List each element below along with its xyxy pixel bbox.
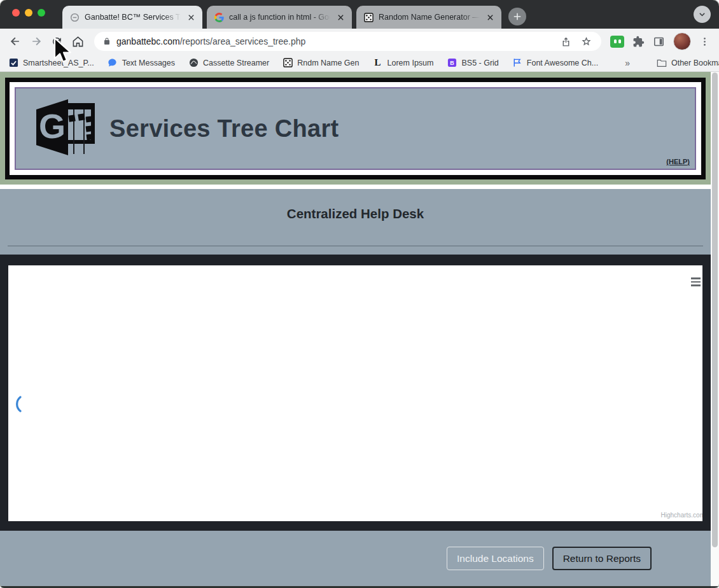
other-bookmarks-button[interactable]: Other Bookmarks: [657, 58, 719, 68]
chart-context-menu-button[interactable]: [691, 277, 701, 288]
minimize-window-button[interactable]: [25, 9, 32, 17]
bookmarks-overflow-button[interactable]: »: [625, 58, 630, 68]
smartsheet-check-icon: [8, 58, 18, 68]
tab-random-name-generator[interactable]: Random Name Generator — Ge: [356, 6, 501, 29]
forward-button[interactable]: [26, 32, 46, 52]
bookmark-label: BS5 - Grid: [461, 59, 498, 67]
include-locations-button[interactable]: Include Locations: [447, 547, 544, 570]
roboform-extension-icon[interactable]: [610, 36, 624, 48]
google-icon: [214, 12, 224, 22]
dice-icon: [283, 58, 293, 68]
extensions-puzzle-icon[interactable]: [632, 36, 645, 48]
purple-b-icon: B: [447, 58, 457, 68]
page-header-panel: G Services Tree: [15, 87, 696, 170]
close-tab-icon[interactable]: [335, 12, 346, 23]
close-tab-icon[interactable]: [485, 12, 496, 23]
globe-placeholder-icon: [69, 12, 80, 22]
svg-text:B: B: [450, 60, 454, 66]
chart-frame: Highcharts.com: [0, 255, 711, 531]
url-path: /reports/area_services_tree.php: [180, 36, 306, 46]
page-scrollbar[interactable]: [711, 72, 719, 588]
bookmark-label: Cassette Streamer: [203, 59, 269, 67]
white-divider-strip: [0, 185, 711, 189]
close-tab-icon[interactable]: [186, 12, 197, 23]
tab-search-button[interactable]: [694, 6, 711, 23]
highcharts-credit-link[interactable]: Highcharts.com: [661, 512, 702, 519]
chat-bubble-icon: [108, 58, 118, 68]
scrollbar-thumb[interactable]: [712, 73, 718, 547]
close-window-button[interactable]: [12, 9, 20, 17]
share-icon[interactable]: [561, 36, 571, 48]
page-content: G Services Tree: [0, 72, 711, 588]
bookmark-font-awesome[interactable]: Font Awesome Ch...: [512, 58, 598, 68]
lock-icon: [103, 37, 111, 46]
horizontal-rule: [8, 246, 703, 246]
tab-title: Ganbatte! BC™ Services Tree: [85, 13, 181, 22]
helpdesk-section: Centralized Help Desk: [0, 189, 711, 255]
bookmarks-bar: Smartsheet_AS_P... Text Messages Cassett…: [0, 54, 719, 72]
zoom-window-button[interactable]: [38, 9, 45, 17]
page-header-frame: G Services Tree: [5, 78, 706, 179]
section-title: Centralized Help Desk: [0, 189, 711, 221]
tab-js-function-search[interactable]: call a js function in html - Goog: [207, 6, 352, 29]
bookmark-bs5-grid[interactable]: B BS5 - Grid: [447, 58, 498, 68]
tab-services-tree[interactable]: Ganbatte! BC™ Services Tree: [62, 6, 202, 29]
dice-icon: [363, 12, 373, 22]
bookmark-star-icon[interactable]: [580, 36, 592, 48]
tab-strip: Ganbatte! BC™ Services Tree call a js fu…: [0, 0, 719, 29]
highcharts-container: Highcharts.com: [8, 265, 702, 521]
traffic-lights: [12, 9, 45, 17]
bookmark-lorem-ipsum[interactable]: L Lorem Ipsum: [373, 58, 434, 68]
folder-icon: [657, 58, 667, 68]
bookmark-cassette-streamer[interactable]: Cassette Streamer: [188, 58, 269, 68]
tab-title: call a js function in html - Goog: [229, 13, 330, 22]
hamburger-icon: [691, 281, 701, 283]
new-tab-button[interactable]: [508, 8, 526, 25]
bookmark-label: Text Messages: [122, 59, 175, 67]
kebab-menu-icon[interactable]: [699, 36, 710, 47]
bookmark-label: Font Awesome Ch...: [527, 59, 598, 67]
bookmark-label: Rndm Name Gen: [297, 59, 359, 67]
ganbatte-logo: G: [32, 97, 99, 160]
tab-title: Random Name Generator — Ge: [379, 13, 480, 22]
bookmark-text-messages[interactable]: Text Messages: [108, 58, 175, 68]
browser-window: Ganbatte! BC™ Services Tree call a js fu…: [0, 0, 719, 588]
page-title: Services Tree Chart: [109, 115, 339, 143]
bookmark-smartsheet[interactable]: Smartsheet_AS_P...: [8, 58, 94, 68]
hamburger-icon: [691, 284, 701, 286]
home-button[interactable]: [68, 32, 88, 52]
browser-toolbar: ganbattebc.com/reports/area_services_tre…: [0, 29, 719, 54]
bookmark-label: Other Bookmarks: [671, 59, 719, 67]
extensions-row: [608, 32, 714, 50]
profile-avatar[interactable]: [673, 32, 691, 50]
plus-icon: [513, 12, 522, 21]
back-button[interactable]: [5, 32, 25, 52]
url-text: ganbattebc.com/reports/area_services_tre…: [116, 36, 555, 46]
hamburger-icon: [691, 277, 701, 279]
reload-button[interactable]: [47, 32, 67, 52]
dark-globe-icon: [188, 58, 199, 68]
url-domain: ganbattebc.com: [116, 36, 180, 46]
loading-spinner-arc: [13, 396, 22, 415]
address-bar[interactable]: ganbattebc.com/reports/area_services_tre…: [94, 32, 601, 51]
page-footer: Include Locations Return to Reports: [0, 531, 711, 586]
chevron-down-icon: [698, 10, 706, 18]
help-link[interactable]: (HELP): [666, 158, 690, 165]
bookmark-label: Lorem Ipsum: [387, 59, 434, 67]
return-to-reports-button[interactable]: Return to Reports: [552, 547, 652, 570]
blue-flag-icon: [512, 58, 522, 68]
serif-l-icon: L: [373, 58, 383, 68]
bookmark-rndm-name-gen[interactable]: Rndm Name Gen: [283, 58, 359, 68]
side-panel-icon[interactable]: [653, 36, 665, 48]
bookmark-label: Smartsheet_AS_P...: [23, 59, 94, 67]
svg-text:G: G: [39, 107, 66, 145]
